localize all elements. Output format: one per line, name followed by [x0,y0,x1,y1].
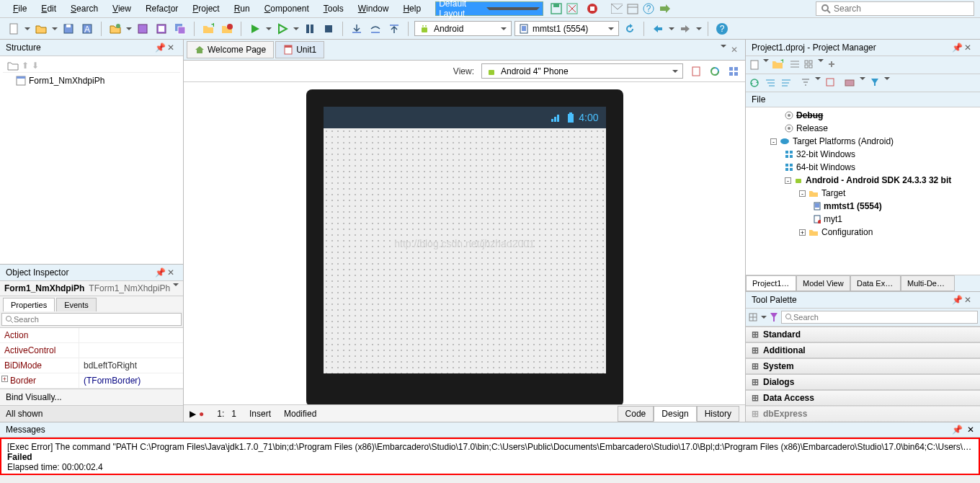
save-project-as-icon[interactable] [153,21,169,37]
tab-code[interactable]: Code [618,406,654,422]
menu-file[interactable]: FFileile [6,1,34,16]
record-icon[interactable]: ● [199,409,204,419]
menu-help[interactable]: Help [396,1,428,16]
property-row[interactable]: BiDiModebdLeftToRight [0,358,183,373]
close-icon[interactable]: ✕ [967,425,974,435]
property-row[interactable]: ActiveControl [0,343,183,358]
bind-visually-link[interactable]: Bind Visually... [0,389,183,405]
tab-unit1[interactable]: Unit1 [275,41,324,58]
add-file-icon[interactable]: + [200,21,216,37]
save-all-icon[interactable] [172,21,188,37]
chevron-down-icon[interactable] [721,45,726,48]
tab-project[interactable]: Project1.d... [746,275,796,291]
oi-search-input[interactable] [14,315,178,324]
sort-icon[interactable] [825,77,835,89]
tp-category-dbexpress[interactable]: ⊞dbExpress [746,406,980,422]
pin-icon[interactable]: 📌 [155,267,165,278]
messages-body[interactable]: [Exec Error] The command "PATH C:\Progra… [0,438,980,475]
tree-node-target-platforms[interactable]: -Target Platforms (Android) [749,135,977,148]
tree-node-android[interactable]: -Android - Android SDK 24.3.3 32 bit [749,174,977,187]
build-icon[interactable] [844,77,855,89]
message-error-line[interactable]: [Exec Error] The command "PATH C:\Progra… [7,442,973,452]
layout-combo[interactable]: Default Layout [435,1,543,16]
new-item-icon[interactable] [749,59,760,71]
menu-window[interactable]: Window [351,1,396,16]
menu-project[interactable]: Project [185,1,226,16]
open-project-icon[interactable] [107,21,123,37]
view-device-combo[interactable]: Android 4" Phone [481,63,683,79]
save-layout-icon[interactable] [551,3,562,14]
project-tree[interactable]: Debug Release -Target Platforms (Android… [746,107,980,275]
pin-icon[interactable]: 📌 [952,425,963,435]
pin-icon[interactable]: 📌 [155,43,165,53]
refresh-devices-icon[interactable] [622,21,638,37]
view-grid-icon[interactable] [803,59,815,71]
add-item-icon[interactable]: + [772,59,783,71]
step-out-icon[interactable] [386,21,402,37]
search-input[interactable] [834,4,969,14]
property-row[interactable]: +Border(TFormBorder) [0,373,183,389]
tree-node-myt1[interactable]: myt1 [749,213,977,226]
tp-filter-icon[interactable] [770,312,778,322]
help-question-icon[interactable]: ? [643,3,654,14]
help-icon[interactable]: ? [714,21,730,37]
device-combo[interactable]: mmtst1 (5554) [514,21,619,36]
menu-tools[interactable]: Tools [316,1,351,16]
folder-icon[interactable] [7,61,19,71]
collapse-all-icon[interactable] [765,77,776,89]
search-box[interactable] [816,1,974,16]
save-as-icon[interactable]: A [79,21,95,37]
menu-edit[interactable]: Edit [34,1,63,16]
tab-properties[interactable]: Properties [3,298,55,311]
close-icon[interactable]: ✕ [964,43,974,53]
mail-icon[interactable] [611,3,623,14]
tab-events[interactable]: Events [56,298,97,311]
close-icon[interactable]: ✕ [731,45,738,55]
save-icon[interactable] [61,21,76,37]
expand-all-icon[interactable] [780,77,792,89]
tab-model-view[interactable]: Model View [796,275,850,291]
tab-design[interactable]: Design [654,406,696,422]
tree-node-debug[interactable]: Debug [749,109,977,122]
close-icon[interactable]: ✕ [964,295,974,305]
step-into-icon[interactable] [349,21,365,37]
up-arrow-icon[interactable]: ⬆ [22,61,29,71]
save-project-icon[interactable] [135,21,151,37]
menu-run[interactable]: Run [227,1,257,16]
view-list-icon[interactable] [789,59,801,71]
tp-search-input[interactable] [793,313,974,322]
tree-node-win64[interactable]: 64-bit Windows [749,161,977,174]
tab-multi-device[interactable]: Multi-Devi... [901,275,955,291]
form-canvas[interactable] [324,128,606,373]
tab-welcome[interactable]: Welcome Page [187,41,274,58]
pause-icon[interactable] [302,21,318,37]
filter2-icon[interactable] [870,77,880,89]
sync-icon[interactable] [749,77,760,89]
tree-node-configuration[interactable]: +Configuration [749,226,977,239]
run-no-debug-icon[interactable] [275,21,290,37]
tab-data-explorer[interactable]: Data Expl... [850,275,901,291]
platform-combo[interactable]: Android [414,21,512,36]
tree-node-release[interactable]: Release [749,122,977,135]
forward-arrow-icon[interactable] [659,3,670,14]
grid-icon[interactable] [728,66,739,77]
form-designer[interactable]: 4:00 http://blog.csdn.net/jhzhao2001 [184,82,745,404]
close-icon[interactable]: ✕ [167,43,177,53]
tree-node-mmtst1[interactable]: mmtst1 (5554) [749,200,977,213]
calendar-icon[interactable] [627,3,638,14]
play-marker-icon[interactable]: ▶ [190,409,196,419]
structure-tree-item[interactable]: Form1_NmXhdpiPh [3,73,180,89]
tp-category-icon[interactable] [748,312,758,322]
menu-search[interactable]: Search [63,1,105,16]
oi-search[interactable] [1,313,182,326]
delete-layout-icon[interactable] [566,3,578,14]
down-arrow-icon[interactable]: ⬇ [32,61,39,71]
pin-icon[interactable]: 📌 [952,43,962,53]
close-icon[interactable]: ✕ [167,267,177,278]
refresh-view-icon[interactable] [709,66,721,77]
expand-icon[interactable] [827,59,837,71]
oi-object-selector[interactable]: Form1_NmXhdpiPh TForm1_NmXhdpiPh [0,281,183,296]
tab-history[interactable]: History [697,406,739,422]
tp-category-standard[interactable]: ⊞Standard [746,327,980,342]
tp-category-additional[interactable]: ⊞Additional [746,342,980,358]
